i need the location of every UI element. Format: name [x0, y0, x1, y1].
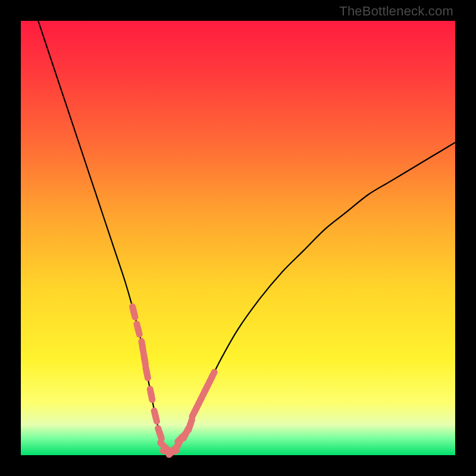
chart-frame: TheBottleneck.com [0, 0, 476, 476]
marker-dot [135, 326, 142, 333]
watermark-text: TheBottleneck.com [339, 4, 453, 19]
chart-svg [21, 21, 455, 455]
marker-series [130, 306, 215, 455]
marker-dot [130, 309, 137, 315]
curve-series [38, 21, 455, 452]
marker-dot [139, 343, 146, 350]
marker-dot [187, 421, 193, 428]
marker-dot [143, 369, 150, 376]
marker-dot [156, 430, 163, 437]
bottleneck-curve-path [38, 21, 455, 452]
marker-dot [142, 356, 148, 363]
marker-dot [148, 391, 155, 397]
marker-dot [209, 374, 215, 380]
marker-dot [152, 413, 159, 419]
